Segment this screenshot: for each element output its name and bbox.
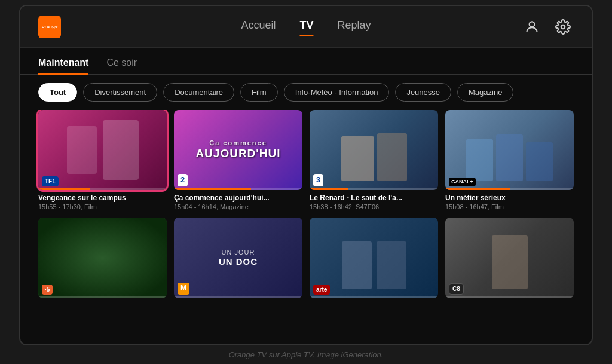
card-5[interactable]: ·5 [38,218,167,302]
card-3-thumb: 3 [310,110,438,190]
channel-badge-6: M [178,283,189,295]
card-1[interactable]: TF1 Vengeance sur le campus 15h55 - 17h3… [38,110,167,210]
header: orange Accueil TV Replay [20,6,592,48]
filter-film[interactable]: Film [240,83,278,102]
nav-replay[interactable]: Replay [338,19,371,34]
nav-area: Accueil TV Replay [241,19,371,34]
card-8[interactable]: C8 [445,218,574,302]
card-4-thumb: CANAL+ [445,110,574,190]
header-icons [521,16,574,38]
card-3-title: Le Renard - Le saut de l'a... [310,194,438,202]
nav-accueil[interactable]: Accueil [241,19,276,34]
tabs-section: Maintenant Ce soir [20,48,592,75]
card-7[interactable]: arte [310,218,438,302]
card-4[interactable]: CANAL+ Un métier sérieux 15h08 - 16h47, … [445,110,574,210]
svg-point-1 [561,25,565,29]
card-1-subtitle: 15h55 - 17h30, Film [38,203,167,210]
card-2-thumb: Ça commence AUJOURD'HUI 2 [174,110,302,190]
filters-section: Tout Divertissement Documentaire Film In… [20,75,592,110]
card-3-subtitle: 15h38 - 16h42, S47E06 [310,203,438,210]
card-1-title: Vengeance sur le campus [38,194,167,202]
nav-tv[interactable]: TV [299,19,313,34]
content-area: TF1 Vengeance sur le campus 15h55 - 17h3… [20,110,592,313]
channel-badge-3: 3 [313,174,323,186]
card-8-thumb: C8 [445,218,574,298]
card-5-thumb: ·5 [38,218,167,298]
card-2-title: Ça commence aujourd'hui... [174,194,302,202]
card-6-thumb: UN JOUR UN DOC M [174,218,302,298]
svg-point-0 [530,22,535,27]
logo-area: orange [38,16,61,38]
channel-badge-8: C8 [449,283,464,295]
filter-documentaire[interactable]: Documentaire [163,83,234,102]
orange-logo: orange [38,16,61,38]
card-4-title: Un métier sérieux [445,194,574,202]
card-1-thumb: TF1 [38,110,167,190]
card-2-subtitle: 15h04 - 16h14, Magazine [174,203,302,210]
channel-badge-5: ·5 [42,285,53,295]
filter-info-meteo[interactable]: Info-Météo - Information [284,83,390,102]
card-grid: TF1 Vengeance sur le campus 15h55 - 17h3… [38,110,574,303]
filter-tout[interactable]: Tout [38,83,77,102]
filter-magazine[interactable]: Magazine [457,83,513,102]
settings-icon[interactable] [552,16,574,38]
filter-divertissement[interactable]: Divertissement [83,83,157,102]
card-6[interactable]: UN JOUR UN DOC M [174,218,302,302]
channel-badge-1: TF1 [42,176,59,186]
card-4-subtitle: 15h08 - 16h47, Film [445,203,574,210]
tab-maintenant[interactable]: Maintenant [38,57,88,74]
card-3[interactable]: 3 Le Renard - Le saut de l'a... 15h38 - … [310,110,438,210]
channel-badge-2: 2 [178,174,188,186]
filter-jeunesse[interactable]: Jeunesse [395,83,451,102]
image-caption: Orange TV sur Apple TV. Image iGeneratio… [229,350,384,359]
card-7-thumb: arte [310,218,438,298]
card-2[interactable]: Ça commence AUJOURD'HUI 2 Ça commence au… [174,110,302,210]
channel-badge-7: arte [313,285,330,295]
tab-ce-soir[interactable]: Ce soir [106,57,137,74]
user-icon[interactable] [521,16,543,38]
tv-screen: orange Accueil TV Replay M [19,5,593,345]
channel-badge-4: CANAL+ [449,178,476,187]
